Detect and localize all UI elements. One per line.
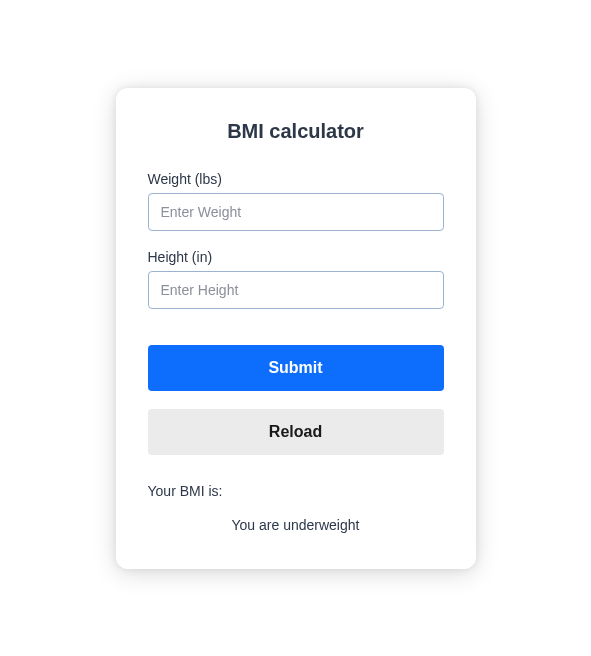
- height-form-group: Height (in): [148, 249, 444, 309]
- height-label: Height (in): [148, 249, 444, 265]
- weight-label: Weight (lbs): [148, 171, 444, 187]
- height-input[interactable]: [148, 271, 444, 309]
- button-group: Submit Reload: [148, 345, 444, 455]
- result-message: You are underweight: [148, 517, 444, 533]
- page-title: BMI calculator: [148, 120, 444, 143]
- weight-input[interactable]: [148, 193, 444, 231]
- submit-button[interactable]: Submit: [148, 345, 444, 391]
- reload-button[interactable]: Reload: [148, 409, 444, 455]
- bmi-calculator-card: BMI calculator Weight (lbs) Height (in) …: [116, 88, 476, 569]
- result-label: Your BMI is:: [148, 483, 444, 499]
- weight-form-group: Weight (lbs): [148, 171, 444, 231]
